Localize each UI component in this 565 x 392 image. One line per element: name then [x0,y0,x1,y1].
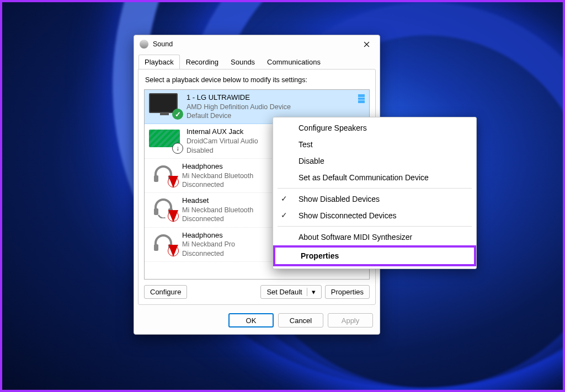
set-default-button[interactable]: Set Default ▾ [260,285,321,299]
chevron-down-icon: ▾ [312,288,316,296]
disconnected-badge-icon [168,176,179,187]
dialog-footer: OK Cancel Apply [134,309,380,334]
menu-properties[interactable]: Properties [273,245,476,266]
window-title: Sound [153,40,359,48]
svg-point-4 [163,217,166,218]
properties-button[interactable]: Properties [325,285,370,299]
svg-rect-0 [154,175,158,182]
tab-communications[interactable]: Communications [261,55,327,69]
menu-separator [278,188,472,189]
titlebar: Sound [134,35,380,53]
set-default-label: Set Default [266,288,302,296]
configure-button[interactable]: Configure [144,285,187,299]
panel-button-row: Configure Set Default ▾ Properties [144,285,370,299]
speaker-icon [140,40,148,49]
menu-disable[interactable]: Disable [273,153,476,169]
disconnected-badge-icon [168,211,179,222]
default-badge-icon: ✓ [172,109,183,120]
tab-strip: Playback Recording Sounds Communications [134,53,380,69]
menu-about-midi[interactable]: About Software MIDI Synthesizer [273,229,476,245]
close-button[interactable] [359,36,374,52]
ok-button[interactable]: OK [228,313,274,327]
instruction-text: Select a playback device below to modify… [145,76,370,84]
device-icon: ↓ [149,127,180,151]
menu-show-disconnected[interactable]: Show Disconnected Devices [273,207,476,224]
device-icon [151,162,175,184]
device-icon [151,231,175,253]
device-icon [151,196,175,218]
cancel-button[interactable]: Cancel [278,313,323,327]
device-context-menu: Configure Speakers Test Disable Set as D… [273,117,477,269]
close-icon [364,41,370,47]
menu-show-disabled[interactable]: Show Disabled Devices [273,191,476,207]
device-name: 1 - LG ULTRAWIDE [186,93,351,103]
menu-test[interactable]: Test [273,136,476,153]
device-icon: ✓ [149,93,180,116]
device-desc: AMD High Definition Audio Device [186,103,351,111]
apply-button[interactable]: Apply [328,313,373,327]
tab-recording[interactable]: Recording [180,55,225,69]
menu-configure-speakers[interactable]: Configure Speakers [273,120,476,136]
menu-set-default-comm[interactable]: Set as Default Communication Device [273,169,476,186]
svg-rect-2 [154,208,158,215]
tab-playback[interactable]: Playback [138,55,180,69]
tab-sounds[interactable]: Sounds [225,55,261,69]
svg-rect-5 [154,244,158,251]
disconnected-badge-icon [168,245,179,256]
level-meter-icon [358,93,365,119]
menu-separator [278,226,472,227]
disabled-badge-icon: ↓ [172,143,183,154]
